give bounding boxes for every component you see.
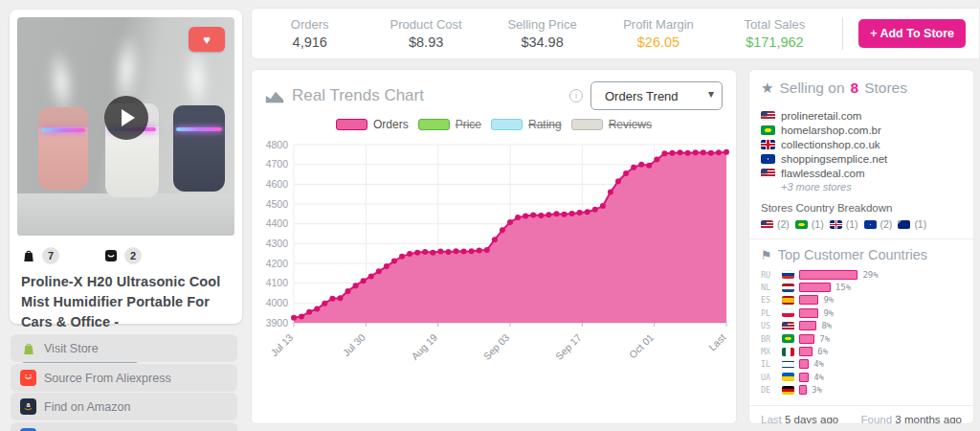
country-percent: 7% (819, 334, 830, 344)
br-flag-icon (795, 220, 808, 229)
selling-on-header: ★ Selling on 8 Stores (761, 79, 962, 97)
stat-label: Product Cost (368, 17, 483, 32)
legend-label: Reviews (609, 118, 652, 131)
country-row-es: ES9% (761, 294, 962, 306)
favorite-button[interactable]: ♥ (189, 27, 225, 52)
product-image-ledge (17, 193, 234, 236)
store-domain[interactable]: flawlessdeal.com (781, 168, 865, 179)
store-row[interactable]: collectionshop.co.uk (761, 137, 962, 151)
country-row-pl: PL9% (761, 306, 962, 319)
svg-text:Oct 01: Oct 01 (627, 331, 656, 360)
country-row-mx: MX6% (761, 345, 962, 357)
svg-text:3900: 3900 (266, 317, 289, 329)
chart-header: Real Trends Chart i Orders Trend (252, 70, 736, 110)
shopify-icon (20, 340, 36, 356)
ua-flag-icon (782, 373, 794, 381)
legend-swatch (336, 119, 368, 130)
store-row[interactable]: homelarshop.com.br (761, 123, 962, 137)
svg-text:4800: 4800 (266, 139, 289, 150)
country-bar (799, 295, 818, 305)
country-bar (799, 334, 814, 344)
nl-flag-icon (782, 284, 794, 292)
breakdown-count: (1) (846, 218, 858, 230)
legend-item-price[interactable]: Price (418, 118, 481, 131)
country-bar (799, 373, 809, 382)
country-rows: RU29%NL15%ES9%PL9%US8%BR7%MX6%IL4%UA4%DE… (761, 268, 962, 397)
country-percent: 4% (813, 359, 824, 369)
mx-flag-icon (782, 348, 794, 356)
legend-item-rating[interactable]: Rating (491, 118, 562, 131)
country-bar (799, 283, 831, 292)
country-percent: 4% (813, 373, 824, 382)
info-icon[interactable]: i (569, 89, 583, 102)
country-row-il: IL4% (761, 358, 962, 371)
eu-flag-icon (864, 220, 877, 229)
product-image: ♥ (17, 17, 234, 236)
find-amazon-button[interactable]: a Find on Amazon (11, 393, 237, 420)
panel-footer: Last 5 days ago Found 3 months ago (761, 414, 962, 424)
de-flag-icon (782, 386, 794, 395)
svg-text:4500: 4500 (266, 198, 289, 210)
svg-text:Jul 13: Jul 13 (268, 331, 295, 358)
breakdown-row: (2)(1)(1)(2)(1) (761, 218, 962, 230)
country-row-ua: UA4% (761, 371, 962, 383)
store-domain[interactable]: prolineretail.com (781, 110, 861, 122)
il-flag-icon (782, 360, 794, 369)
stat-product-cost: Product Cost$8.93 (368, 17, 483, 50)
breakdown-title: Stores Country Breakdown (761, 202, 962, 214)
store-row[interactable]: flawlessdeal.com (761, 166, 962, 180)
legend-item-reviews[interactable]: Reviews (571, 118, 652, 131)
shopify-store-count: 7 (42, 247, 59, 264)
country-code: UA (761, 373, 777, 382)
svg-text:Sep 03: Sep 03 (480, 331, 511, 362)
svg-text:4600: 4600 (266, 178, 289, 190)
svg-text:4400: 4400 (266, 217, 289, 229)
country-row-de: DE3% (761, 384, 962, 397)
humidifier-dark (173, 105, 225, 192)
eu-flag-icon (761, 154, 775, 164)
br-flag-icon (782, 334, 794, 343)
top-countries-title: Top Customer Countries (778, 247, 927, 262)
flag-icon: ⚑ (761, 248, 772, 262)
visit-store-button[interactable]: Visit Store (11, 334, 237, 362)
country-row-br: BR7% (761, 332, 962, 345)
trend-type-select[interactable]: Orders Trend (590, 81, 723, 110)
svg-text:4700: 4700 (266, 158, 289, 170)
legend-item-orders[interactable]: Orders (336, 118, 409, 131)
store-domain[interactable]: homelarshop.com.br (781, 125, 881, 136)
shopify-bag-icon (21, 248, 36, 263)
stat-value: $26.05 (600, 34, 716, 50)
country-code: PL (761, 308, 777, 318)
country-bar (799, 347, 813, 356)
store-domain[interactable]: shoppingsemplice.net (781, 153, 887, 165)
breakdown-count: (1) (914, 218, 926, 230)
more-stores-link[interactable]: +3 more stores (781, 181, 962, 193)
legend-swatch (491, 119, 523, 130)
plus-icon: + (870, 27, 877, 40)
country-percent: 9% (823, 308, 834, 318)
country-code: DE (761, 385, 777, 395)
play-video-button[interactable] (104, 96, 148, 140)
store-domain[interactable]: collectionshop.co.uk (781, 139, 880, 150)
divider (749, 238, 973, 239)
stat-orders: Orders4,916 (252, 17, 368, 50)
country-code: ES (761, 295, 777, 305)
country-percent: 3% (812, 385, 822, 395)
stat-selling-price: Selling Price$34.98 (484, 17, 600, 50)
selling-on-prefix: Selling on (779, 79, 844, 97)
partial-action-button[interactable] (11, 422, 237, 431)
us-flag-icon (782, 322, 794, 330)
store-row[interactable]: prolineretail.com (761, 108, 962, 123)
source-aliexpress-button[interactable]: Source From Aliexpress (11, 364, 237, 392)
store-list: prolineretail.comhomelarshop.com.brcolle… (761, 108, 962, 180)
svg-text:a: a (27, 401, 31, 408)
store-row[interactable]: shoppingsemplice.net (761, 151, 962, 166)
svg-text:4000: 4000 (266, 297, 289, 308)
country-code: US (761, 321, 777, 330)
product-card: ♥ 7 2 Proline-X H20 Ultrasonic Cool Mist… (10, 10, 242, 324)
stat-label: Orders (252, 17, 368, 32)
country-row-ru: RU29% (761, 268, 962, 281)
country-percent: 8% (821, 321, 832, 330)
gb-flag-icon (761, 140, 775, 149)
add-to-store-button[interactable]: +Add To Store (858, 19, 966, 48)
